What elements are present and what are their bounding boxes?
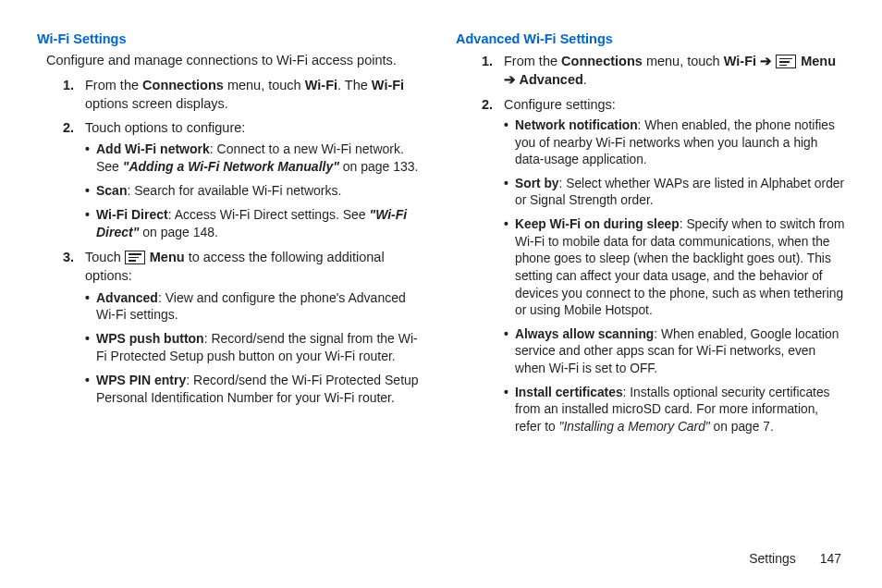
advanced-wifi-heading: Advanced Wi-Fi Settings (456, 31, 845, 46)
setting-keep-wifi-sleep: Keep Wi-Fi on during sleep: Specify when… (504, 216, 845, 320)
option-wps-push: WPS push button: Record/send the signal … (85, 330, 426, 365)
step-2-options: Add Wi-Fi network: Connect to a new Wi-F… (85, 141, 426, 240)
step-number: 1. (482, 52, 493, 70)
advanced-wifi-steps: 1. From the Connections menu, touch Wi-F… (456, 52, 845, 436)
option-wifi-direct: Wi-Fi Direct: Access Wi-Fi Direct settin… (85, 206, 426, 241)
step-number: 2. (63, 118, 74, 137)
step-1: 1. From the Connections menu, touch Wi-F… (482, 52, 845, 90)
step-number: 1. (63, 76, 74, 94)
text: From the Connections menu, touch Wi-Fi ➔… (504, 54, 836, 87)
option-add-wifi: Add Wi-Fi network: Connect to a new Wi-F… (85, 141, 426, 176)
text: Touch Menu to access the following addit… (85, 250, 385, 283)
option-wps-pin: WPS PIN entry: Record/send the Wi-Fi Pro… (85, 372, 426, 407)
setting-sort-by: Sort by: Select whether WAPs are listed … (504, 176, 845, 210)
step-2: 2. Touch options to configure: Add Wi-Fi… (63, 118, 426, 241)
left-column: Wi-Fi Settings Configure and manage conn… (37, 31, 426, 443)
setting-always-scan: Always allow scanning: When enabled, Goo… (504, 326, 845, 378)
right-column: Advanced Wi-Fi Settings 1. From the Conn… (456, 31, 845, 443)
step-number: 3. (63, 248, 74, 266)
configure-settings-list: Network notification: When enabled, the … (504, 117, 845, 436)
wifi-settings-intro: Configure and manage connections to Wi-F… (37, 52, 426, 70)
page-footer: Settings 147 (749, 551, 841, 566)
setting-network-notification: Network notification: When enabled, the … (504, 117, 845, 169)
option-scan: Scan: Search for available Wi-Fi network… (85, 182, 426, 200)
setting-install-certs: Install certificates: Installs optional … (504, 385, 845, 436)
footer-section: Settings (749, 551, 796, 566)
wifi-settings-steps: 1. From the Connections menu, touch Wi-F… (37, 76, 426, 407)
step-2: 2. Configure settings: Network notificat… (482, 95, 845, 436)
text: Configure settings: (504, 97, 616, 112)
step-3: 3. Touch Menu to access the following ad… (63, 248, 426, 407)
text: Touch options to configure: (85, 120, 245, 135)
menu-icon (125, 251, 145, 264)
option-advanced: Advanced: View and configure the phone's… (85, 289, 426, 325)
text: From the Connections menu, touch Wi-Fi. … (85, 78, 404, 111)
step-3-options: Advanced: View and configure the phone's… (85, 289, 426, 407)
page-number: 147 (820, 551, 841, 566)
menu-icon (776, 55, 796, 68)
wifi-settings-heading: Wi-Fi Settings (37, 31, 426, 46)
step-number: 2. (482, 95, 493, 114)
step-1: 1. From the Connections menu, touch Wi-F… (63, 76, 426, 114)
